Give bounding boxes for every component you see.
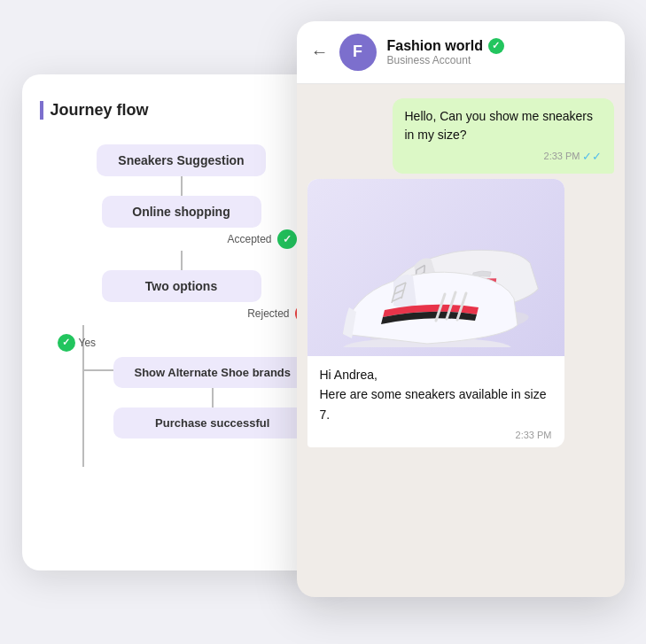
branch-container: ✓ Yes Show Alternate Shoe brands Purchas… [40,325,323,467]
avatar: F [339,34,377,71]
rejected-row: Rejected ✕ [40,304,323,323]
business-name: Fashion world [387,38,483,54]
business-name-row: Fashion world ✓ [387,38,611,54]
yes-label: Yes [79,337,97,349]
node-purchase: Purchase successful [113,407,313,438]
read-ticks: ✓✓ [582,148,602,166]
accepted-icon: ✓ [277,229,297,249]
journey-title: Journey flow [40,101,323,120]
chat-header: ← F Fashion world ✓ Business Account [297,21,625,84]
incoming-greeting: Hi Andrea, [320,365,552,384]
yes-icon: ✓ [58,334,75,352]
connector-2 [181,251,183,270]
chat-body: Hello, Can you show me sneakers in my si… [297,84,625,597]
incoming-time: 2:33 PM [307,430,564,447]
node-two-options: Two options [102,270,261,302]
accepted-row: Accepted ✓ [40,229,323,249]
incoming-text: Hi Andrea, Here are some sneakers availa… [307,356,564,430]
scene: Journey flow Sneakers Suggestion Online … [22,21,625,624]
node-online: Online shopping [102,196,261,228]
horiz-line [82,369,113,371]
connector-1 [181,176,183,196]
rejected-label: Rejected [247,307,289,320]
outgoing-bubble: Hello, Can you show me sneakers in my si… [393,98,614,175]
sneaker-svg [312,188,560,347]
connector-3 [212,388,214,407]
node-alternate: Show Alternate Shoe brands [113,357,313,388]
yes-row: ✓ Yes [52,334,97,352]
outgoing-text: Hello, Can you show me sneakers in my si… [405,107,602,144]
account-type: Business Account [387,54,611,66]
accepted-label: Accepted [227,233,271,245]
node-alternate-wrapper: Show Alternate Shoe brands Purchase succ… [113,357,313,438]
shoe-image [307,179,564,356]
shoe-front [340,272,518,347]
verified-icon: ✓ [488,38,504,54]
outgoing-time: 2:33 PM ✓✓ [405,148,602,166]
flow-section: Sneakers Suggestion Online shopping Acce… [40,144,323,467]
incoming-body: Here are some sneakers available in size… [320,384,552,424]
journey-card: Journey flow Sneakers Suggestion Online … [22,74,341,570]
node-sneakers: Sneakers Suggestion [97,144,265,176]
header-info: Fashion world ✓ Business Account [387,38,611,66]
chat-card: ← F Fashion world ✓ Business Account Hel… [297,21,625,597]
incoming-bubble: Hi Andrea, Here are some sneakers availa… [307,179,564,447]
back-button[interactable]: ← [311,42,329,62]
